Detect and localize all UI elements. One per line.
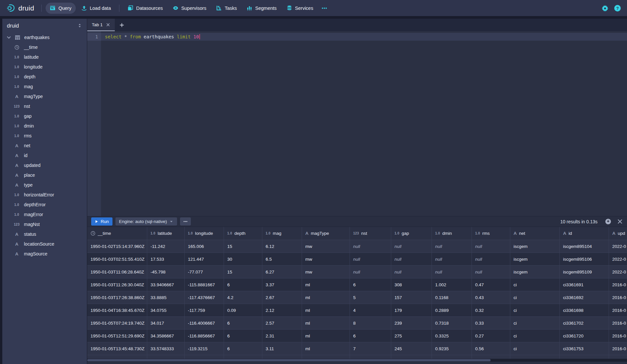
table-cell[interactable]: mw [302, 253, 350, 266]
sidebar-item-earthquakes[interactable]: earthquakes [2, 32, 87, 42]
table-cell[interactable]: 0.27 [472, 330, 510, 342]
scrollbar-thumb[interactable] [87, 359, 491, 361]
column-header-longitude[interactable]: 1.0longitude [185, 227, 224, 240]
table-cell[interactable]: 0.47 [472, 278, 510, 291]
table-cell[interactable]: ci [510, 304, 560, 317]
sidebar-column-__time[interactable]: __time [2, 42, 87, 52]
table-cell[interactable]: ci [510, 317, 560, 330]
table-cell[interactable]: 2.31 [262, 330, 302, 342]
table-cell[interactable]: ml [302, 317, 350, 330]
sidebar-column-rms[interactable]: 1.0rms [2, 131, 87, 141]
table-cell[interactable]: iscgem [510, 240, 560, 253]
table-cell[interactable]: 15 [224, 240, 262, 253]
nav-item-services[interactable]: Services [282, 3, 318, 14]
table-cell[interactable]: 4 [350, 304, 391, 317]
nav-more-button[interactable] [317, 3, 331, 14]
table-cell[interactable]: null [391, 240, 432, 253]
tab-close-icon[interactable] [106, 23, 110, 27]
table-cell[interactable]: 2016-0 [609, 291, 627, 304]
double-caret-vertical-icon[interactable] [77, 23, 82, 28]
sidebar-column-magError[interactable]: 1.0magError [2, 210, 87, 219]
table-cell[interactable]: 2016-0 [609, 304, 627, 317]
table-cell[interactable]: 6 [224, 342, 262, 355]
table-cell[interactable]: 6 [350, 330, 391, 342]
table-cell[interactable]: 1950-01-02T15:14:37.960Z [87, 240, 147, 253]
table-cell[interactable]: 15 [224, 266, 262, 278]
table-cell[interactable]: null [391, 253, 432, 266]
table-cell[interactable]: 1950-01-03T17:26:38.860Z [87, 291, 147, 304]
table-cell[interactable]: 275 [391, 330, 432, 342]
table-cell[interactable]: mw [302, 266, 350, 278]
sidebar-column-longitude[interactable]: 1.0longitude [2, 62, 87, 72]
sidebar-column-dmin[interactable]: 1.0dmin [2, 121, 87, 131]
sidebar-column-depth[interactable]: 1.0depth [2, 72, 87, 82]
tab-tab1[interactable]: Tab 1 [87, 19, 115, 31]
table-cell[interactable]: 4.2 [224, 291, 262, 304]
table-cell[interactable]: ci [510, 342, 560, 355]
table-cell[interactable]: 0.56 [472, 342, 510, 355]
table-cell[interactable]: ml [302, 291, 350, 304]
table-cell[interactable]: null [472, 266, 510, 278]
sidebar-column-type[interactable]: Atype [2, 180, 87, 190]
table-cell[interactable]: 1.002 [432, 278, 472, 291]
table-cell[interactable]: ci3361753 [560, 342, 609, 355]
table-cell[interactable]: iscgem895106 [560, 253, 609, 266]
table-cell[interactable]: 2.12 [262, 304, 302, 317]
query-more-button[interactable] [180, 217, 191, 226]
nav-item-supervisors[interactable]: Supervisors [169, 3, 211, 14]
sidebar-column-latitude[interactable]: 1.0latitude [2, 52, 87, 62]
table-cell[interactable]: iscgem895104 [560, 240, 609, 253]
table-cell[interactable]: 33.5748333 [147, 342, 185, 355]
column-header-magType[interactable]: AmagType [302, 227, 350, 240]
add-tab-button[interactable] [115, 19, 129, 31]
table-cell[interactable]: ml [302, 330, 350, 342]
table-cell[interactable]: ci [510, 278, 560, 291]
sidebar-column-locationSource[interactable]: AlocationSource [2, 239, 87, 249]
column-header-time[interactable]: __time [87, 227, 147, 240]
table-cell[interactable]: null [472, 253, 510, 266]
table-cell[interactable]: ci3361691 [560, 278, 609, 291]
table-cell[interactable]: 2022-0 [609, 253, 627, 266]
table-cell[interactable]: mw [302, 240, 350, 253]
column-header-upd[interactable]: Aupd [609, 227, 627, 240]
table-cell[interactable]: 1950-01-05T12:51:29.690Z [87, 330, 147, 342]
nav-item-tasks[interactable]: Tasks [212, 3, 241, 14]
table-cell[interactable]: 0.33 [472, 317, 510, 330]
nav-item-query[interactable]: Query [46, 3, 76, 14]
table-cell[interactable]: 1950-01-03T11:26:30.040Z [87, 278, 147, 291]
table-cell[interactable]: 34.0755 [147, 304, 185, 317]
table-cell[interactable]: -116.8856667 [185, 330, 224, 342]
sidebar-column-depthError[interactable]: 1.0depthError [2, 200, 87, 210]
table-cell[interactable]: null [350, 240, 391, 253]
help-button[interactable]: ? [614, 5, 621, 12]
table-cell[interactable]: 0.43 [472, 291, 510, 304]
nav-item-load-data[interactable]: Load data [77, 3, 115, 14]
nav-item-segments[interactable]: Segments [242, 3, 281, 14]
table-cell[interactable]: 0.09 [224, 304, 262, 317]
table-cell[interactable]: null [472, 240, 510, 253]
table-cell[interactable]: 2022-0 [609, 240, 627, 253]
table-cell[interactable]: ml [302, 342, 350, 355]
druid-logo[interactable]: druid [3, 4, 37, 12]
table-cell[interactable]: ci [510, 330, 560, 342]
table-cell[interactable]: -116.4006667 [185, 317, 224, 330]
table-cell[interactable]: iscgem [510, 253, 560, 266]
table-cell[interactable]: ci3361720 [560, 330, 609, 342]
table-cell[interactable]: 245 [391, 342, 432, 355]
table-cell[interactable]: 6 [224, 330, 262, 342]
table-cell[interactable]: 2022-0 [609, 266, 627, 278]
table-cell[interactable]: ml [302, 278, 350, 291]
table-cell[interactable]: 0.1168 [432, 291, 472, 304]
table-cell[interactable]: 1950-01-03T11:06:28.640Z [87, 266, 147, 278]
table-cell[interactable]: 3.11 [262, 342, 302, 355]
sidebar-column-id[interactable]: Aid [2, 151, 87, 160]
table-cell[interactable]: 3.37 [262, 278, 302, 291]
table-cell[interactable]: null [350, 266, 391, 278]
table-cell[interactable]: iscgem [510, 266, 560, 278]
table-cell[interactable]: iscgem895109 [560, 266, 609, 278]
table-cell[interactable]: 1950-01-04T16:38:45.670Z [87, 304, 147, 317]
sidebar-column-gap[interactable]: 1.0gap [2, 111, 87, 121]
column-header-dmin[interactable]: 1.0dmin [432, 227, 472, 240]
table-cell[interactable]: 8 [350, 317, 391, 330]
table-cell[interactable]: 2016-0 [609, 330, 627, 342]
